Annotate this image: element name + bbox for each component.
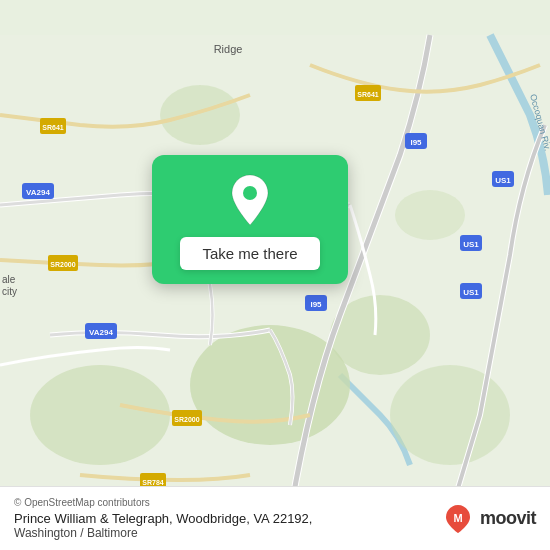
map-container: I95 I95 US1 US1 US1 VA294 VA294 SR641 SR… — [0, 0, 550, 550]
take-me-there-button[interactable]: Take me there — [180, 237, 319, 270]
svg-text:city: city — [2, 286, 17, 297]
svg-text:SR784: SR784 — [142, 479, 164, 486]
destination-card: Take me there — [152, 155, 347, 284]
svg-text:SR641: SR641 — [357, 91, 379, 98]
svg-text:M: M — [453, 512, 462, 524]
moovit-label: moovit — [480, 508, 536, 529]
copyright-text: © OpenStreetMap contributors — [14, 497, 312, 508]
bottom-bar: © OpenStreetMap contributors Prince Will… — [0, 486, 550, 550]
svg-text:SR2000: SR2000 — [174, 416, 199, 423]
svg-text:US1: US1 — [463, 288, 479, 297]
region-text: Washington / Baltimore — [14, 526, 312, 540]
svg-point-4 — [390, 365, 510, 465]
moovit-logo: M moovit — [442, 503, 536, 535]
moovit-icon: M — [442, 503, 474, 535]
svg-text:Ridge: Ridge — [214, 43, 243, 55]
bottom-info: © OpenStreetMap contributors Prince Will… — [14, 497, 312, 540]
svg-text:I95: I95 — [410, 138, 422, 147]
svg-point-1 — [190, 325, 350, 445]
location-pin-icon — [228, 173, 272, 227]
address-text: Prince William & Telegraph, Woodbridge, … — [14, 511, 312, 526]
svg-text:VA294: VA294 — [89, 328, 113, 337]
svg-text:SR2000: SR2000 — [50, 261, 75, 268]
svg-text:I95: I95 — [310, 300, 322, 309]
svg-text:US1: US1 — [463, 240, 479, 249]
svg-point-35 — [243, 186, 257, 200]
take-me-there-overlay: Take me there — [140, 155, 360, 284]
svg-point-3 — [30, 365, 170, 465]
svg-text:ale: ale — [2, 274, 16, 285]
svg-text:VA294: VA294 — [26, 188, 50, 197]
svg-text:US1: US1 — [495, 176, 511, 185]
svg-point-6 — [395, 190, 465, 240]
svg-text:SR641: SR641 — [42, 124, 64, 131]
svg-point-5 — [160, 85, 240, 145]
